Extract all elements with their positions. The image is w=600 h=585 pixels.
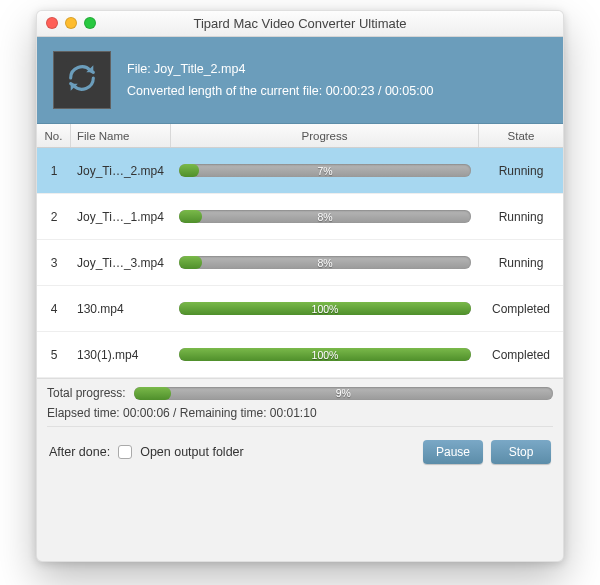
summary-panel: Total progress: 9% Elapsed time: 00:00:0… — [37, 378, 563, 430]
progress-pct: 100% — [179, 348, 471, 361]
row-no: 3 — [37, 256, 71, 270]
file-label: File: — [127, 62, 151, 76]
elapsed-time-value: 00:00:06 — [123, 406, 170, 420]
after-done-label: After done: — [49, 445, 110, 459]
progress-bar: 100% — [179, 302, 471, 315]
progress-pct: 8% — [179, 256, 471, 269]
file-thumbnail — [53, 51, 111, 109]
row-no: 2 — [37, 210, 71, 224]
progress-bar: 7% — [179, 164, 471, 177]
file-list: 1Joy_Ti…_2.mp47%Running2Joy_Ti…_1.mp48%R… — [37, 148, 563, 378]
app-window: Tipard Mac Video Converter Ultimate File… — [36, 10, 564, 562]
row-progress: 7% — [171, 164, 479, 177]
row-progress: 8% — [171, 210, 479, 223]
table-row[interactable]: 4130.mp4100%Completed — [37, 286, 563, 332]
pause-button[interactable]: Pause — [423, 440, 483, 464]
row-filename: 130.mp4 — [71, 302, 171, 316]
table-row[interactable]: 3Joy_Ti…_3.mp48%Running — [37, 240, 563, 286]
table-row[interactable]: 5130(1).mp4100%Completed — [37, 332, 563, 378]
footer: After done: Open output folder Pause Sto… — [37, 430, 563, 474]
row-progress: 100% — [171, 302, 479, 315]
row-filename: 130(1).mp4 — [71, 348, 171, 362]
table-header: No. File Name Progress State — [37, 124, 563, 148]
minimize-icon[interactable] — [65, 17, 77, 29]
remaining-time-value: 00:01:10 — [270, 406, 317, 420]
row-progress: 8% — [171, 256, 479, 269]
row-state: Completed — [479, 348, 563, 362]
close-icon[interactable] — [46, 17, 58, 29]
row-state: Running — [479, 164, 563, 178]
open-output-folder-checkbox[interactable] — [118, 445, 132, 459]
remaining-time-label: Remaining time: — [180, 406, 267, 420]
col-state[interactable]: State — [479, 124, 563, 147]
elapsed-time-label: Elapsed time: — [47, 406, 120, 420]
row-state: Running — [479, 256, 563, 270]
progress-pct: 8% — [179, 210, 471, 223]
row-no: 1 — [37, 164, 71, 178]
col-progress[interactable]: Progress — [171, 124, 479, 147]
window-title: Tipard Mac Video Converter Ultimate — [37, 16, 563, 31]
total-progress-label: Total progress: — [47, 386, 126, 400]
progress-bar: 8% — [179, 256, 471, 269]
table-row[interactable]: 1Joy_Ti…_2.mp47%Running — [37, 148, 563, 194]
total-progress-bar: 9% — [134, 387, 553, 400]
progress-pct: 7% — [179, 164, 471, 177]
row-no: 5 — [37, 348, 71, 362]
row-filename: Joy_Ti…_3.mp4 — [71, 256, 171, 270]
titlebar: Tipard Mac Video Converter Ultimate — [37, 11, 563, 37]
converted-length-total: 00:05:00 — [385, 84, 434, 98]
col-filename[interactable]: File Name — [71, 124, 171, 147]
total-progress-pct: 9% — [134, 387, 553, 400]
row-filename: Joy_Ti…_1.mp4 — [71, 210, 171, 224]
conversion-info-panel: File: Joy_Title_2.mp4 Converted length o… — [37, 37, 563, 124]
stop-button[interactable]: Stop — [491, 440, 551, 464]
table-row[interactable]: 2Joy_Ti…_1.mp48%Running — [37, 194, 563, 240]
open-output-folder-label: Open output folder — [140, 445, 244, 459]
length-separator: / — [378, 84, 381, 98]
row-progress: 100% — [171, 348, 479, 361]
progress-pct: 100% — [179, 302, 471, 315]
traffic-lights — [46, 17, 96, 29]
progress-bar: 8% — [179, 210, 471, 223]
row-no: 4 — [37, 302, 71, 316]
converted-length-label: Converted length of the current file: — [127, 84, 322, 98]
time-separator: / — [173, 406, 176, 420]
current-file-name: Joy_Title_2.mp4 — [154, 62, 245, 76]
converted-length-elapsed: 00:00:23 — [326, 84, 375, 98]
row-state: Completed — [479, 302, 563, 316]
zoom-icon[interactable] — [84, 17, 96, 29]
refresh-icon — [65, 61, 99, 99]
row-filename: Joy_Ti…_2.mp4 — [71, 164, 171, 178]
col-no[interactable]: No. — [37, 124, 71, 147]
progress-bar: 100% — [179, 348, 471, 361]
row-state: Running — [479, 210, 563, 224]
conversion-info-text: File: Joy_Title_2.mp4 Converted length o… — [127, 58, 434, 103]
